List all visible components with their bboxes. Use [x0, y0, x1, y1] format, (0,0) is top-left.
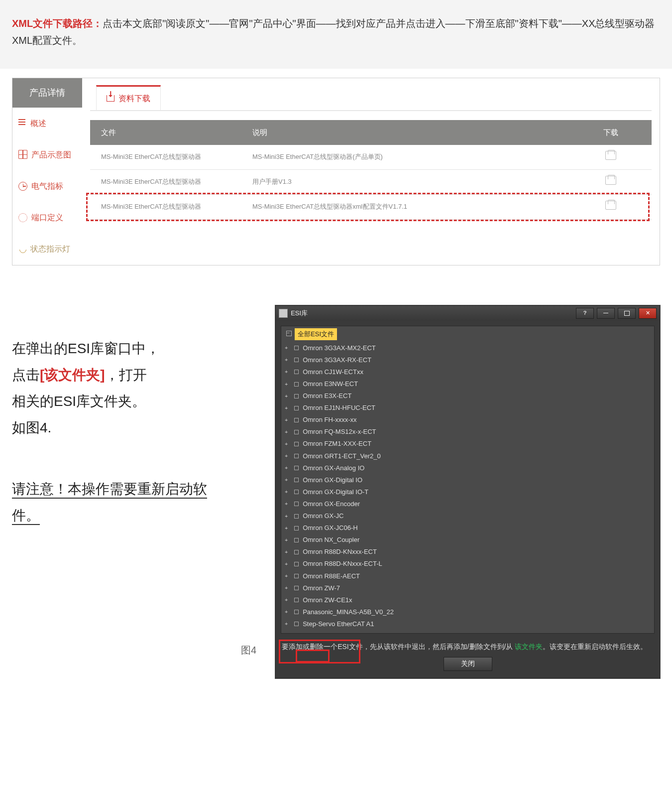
sidebar-item-label: 概述 — [30, 117, 46, 130]
tab-label: 资料下载 — [118, 92, 150, 105]
tree-item[interactable]: Omron CJ1W-ECTxx — [284, 366, 651, 378]
step-line: 如图4. — [12, 414, 226, 441]
col-file: 文件 — [90, 120, 241, 145]
tab-row: 资料下载 — [90, 85, 652, 111]
cell-file: MS-Mini3E EtherCAT总线型驱动器 — [90, 195, 241, 218]
tree-item[interactable]: Step-Servo EtherCAT A1 — [284, 618, 651, 630]
tree-item[interactable]: Omron GX-Digital IO-T — [284, 486, 651, 498]
tree-item[interactable]: Omron GX-Analog IO — [284, 462, 651, 474]
cell-desc: 用户手册V1.3 — [241, 170, 570, 193]
tree-item[interactable]: Omron GX-JC — [284, 510, 651, 522]
maximize-button[interactable] — [618, 308, 636, 319]
titlebar: ESI库 ? — [276, 306, 660, 321]
step-line: 相关的ESI库文件夹。 — [12, 388, 226, 414]
tree-item[interactable]: Omron FQ-MS12x-x-ECT — [284, 426, 651, 438]
sidebar-item-status-led[interactable]: 状态指示灯 — [12, 233, 82, 264]
tree-item[interactable]: Omron GX-Encoder — [284, 498, 651, 510]
tree-item[interactable]: Omron GRT1-ECT_Ver2_0 — [284, 450, 651, 462]
minimize-button[interactable] — [597, 308, 615, 319]
tree-item[interactable]: Omron R88E-AECT — [284, 570, 651, 582]
tree-item[interactable]: Omron R88D-KNxxx-ECT-L — [284, 558, 651, 570]
tree-item[interactable]: Omron FZM1-XXX-ECT — [284, 438, 651, 450]
help-button[interactable]: ? — [576, 308, 594, 319]
table-header: 文件 说明 下载 — [90, 120, 652, 145]
hint-text: 要添加或删除一个ESI文件，先从该软件中退出，然后再添加/删除文件到/从 该文件… — [276, 639, 660, 657]
cell-download[interactable] — [570, 145, 652, 169]
cell-file: MS-Mini3E EtherCAT总线型驱动器 — [90, 170, 241, 193]
list-icon — [18, 119, 26, 127]
tree-item[interactable]: Omron 3G3AX-MX2-ECT — [284, 342, 651, 354]
cell-file: MS-Mini3E EtherCAT总线型驱动器 — [90, 145, 241, 168]
tree-item[interactable]: Omron ZW-CE1x — [284, 594, 651, 606]
folder-link[interactable]: 该文件夹 — [515, 643, 543, 651]
tree-item[interactable]: Omron GX-Digital IO — [284, 474, 651, 486]
close-button[interactable] — [639, 308, 657, 319]
sidebar-item-electrical[interactable]: 电气指标 — [12, 170, 82, 202]
esi-library-window: ESI库 ? 全部ESI文件 Omron 3G3AX-MX2-ECTOmron … — [275, 305, 660, 678]
window-title: ESI库 — [291, 308, 573, 319]
tree-item[interactable]: Omron ZW-7 — [284, 582, 651, 594]
wrench-icon — [18, 245, 26, 253]
table-row: MS-Mini3E EtherCAT总线型驱动器MS-Mini3E EtherC… — [90, 195, 652, 220]
sidebar-item-overview[interactable]: 概述 — [12, 108, 82, 139]
warning-text: 请注意！本操作需要重新启动软件。 — [12, 481, 207, 525]
clock-icon — [18, 182, 27, 191]
download-file-icon — [605, 151, 616, 160]
gear-icon — [18, 213, 27, 222]
download-file-icon — [605, 201, 616, 210]
figure-label: 图4 — [241, 642, 256, 658]
sidebar: 产品详情 概述 产品示意图 电气指标 端口定义 状态指示灯 — [12, 78, 82, 265]
table-row: MS-Mini3E EtherCAT总线型驱动器MS-Mini3E EtherC… — [90, 145, 652, 170]
xml-path-body: 点击本文底部"阅读原文"——官网"产品中心"界面——找到对应产品并点击进入——下… — [12, 18, 655, 46]
cell-desc: MS-Mini3E EtherCAT总线型驱动器xml配置文件V1.7.1 — [241, 195, 570, 218]
tree-item[interactable]: Omron R88D-KNxxx-ECT — [284, 546, 651, 558]
sidebar-item-ports[interactable]: 端口定义 — [12, 202, 82, 233]
download-file-icon — [605, 176, 616, 185]
highlight-folder: [该文件夹] — [40, 367, 105, 383]
sidebar-item-label: 电气指标 — [31, 179, 63, 193]
tab-downloads[interactable]: 资料下载 — [96, 85, 161, 110]
cell-desc: MS-Mini3E EtherCAT总线型驱动器(产品单页) — [241, 145, 570, 168]
cell-download[interactable] — [570, 195, 652, 219]
sidebar-item-label: 端口定义 — [31, 211, 63, 224]
sidebar-header[interactable]: 产品详情 — [12, 78, 82, 108]
tree-item[interactable]: Omron FH-xxxx-xx — [284, 414, 651, 426]
tree-item[interactable]: Omron 3G3AX-RX-ECT — [284, 354, 651, 366]
download-icon — [107, 95, 114, 102]
sidebar-item-schematic[interactable]: 产品示意图 — [12, 139, 82, 170]
tree-item[interactable]: Omron EJ1N-HFUC-ECT — [284, 402, 651, 414]
product-detail-panel: 产品详情 概述 产品示意图 电气指标 端口定义 状态指示灯 资料下载 文件 说明… — [12, 78, 660, 265]
step-text: 在弹出的ESI库窗口中， 点击[该文件夹]，打开 相关的ESI库文件夹。 如图4… — [12, 305, 226, 529]
esi-tree[interactable]: 全部ESI文件 Omron 3G3AX-MX2-ECTOmron 3G3AX-R… — [281, 326, 655, 634]
tree-item[interactable]: Panasonic_MINAS-A5B_V0_22 — [284, 606, 651, 618]
table-row: MS-Mini3E EtherCAT总线型驱动器用户手册V1.3 — [90, 170, 652, 195]
tree-item[interactable]: Omron NX_Coupler — [284, 534, 651, 546]
col-desc: 说明 — [241, 120, 570, 145]
dialog-close-button[interactable]: 关闭 — [444, 657, 492, 671]
tree-item[interactable]: Omron GX-JC06-H — [284, 522, 651, 534]
step-line: 在弹出的ESI库窗口中， — [12, 335, 226, 362]
cell-download[interactable] — [570, 170, 652, 194]
app-icon — [279, 309, 288, 318]
sidebar-item-label: 状态指示灯 — [30, 242, 70, 256]
col-download: 下载 — [570, 120, 652, 145]
tree-root[interactable]: 全部ESI文件 — [284, 328, 651, 340]
tree-item[interactable]: Omron E3X-ECT — [284, 390, 651, 402]
intro-paragraph: XML文件下载路径：点击本文底部"阅读原文"——官网"产品中心"界面——找到对应… — [0, 0, 672, 69]
xml-path-prefix: XML文件下载路径： — [12, 18, 103, 29]
tree-item[interactable]: Omron E3NW-ECT — [284, 378, 651, 390]
sidebar-item-label: 产品示意图 — [31, 148, 71, 161]
grid-icon — [18, 150, 27, 159]
step-line: 点击[该文件夹]，打开 — [12, 362, 226, 388]
